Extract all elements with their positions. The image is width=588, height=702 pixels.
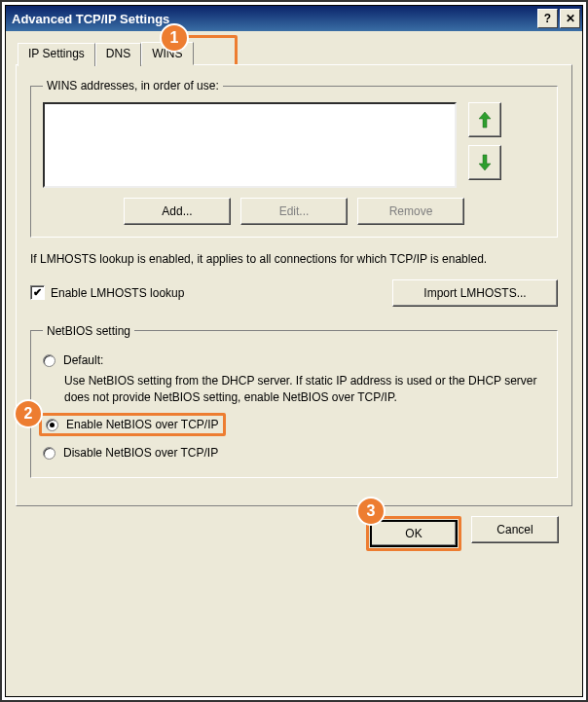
enable-lmhosts-checkbox[interactable]: ✔ Enable LMHOSTS lookup	[30, 285, 184, 300]
help-button[interactable]: ?	[537, 9, 558, 28]
netbios-enable-label: Enable NetBIOS over TCP/IP	[66, 418, 219, 431]
wins-addresses-group: WINS addresses, in order of use:	[30, 79, 558, 238]
enable-lmhosts-label: Enable LMHOSTS lookup	[51, 286, 184, 300]
radio-icon	[46, 419, 58, 431]
add-button[interactable]: Add...	[124, 198, 231, 225]
ok-button[interactable]: OK	[370, 520, 458, 547]
netbios-enable-radio[interactable]: Enable NetBIOS over TCP/IP	[46, 418, 219, 431]
netbios-disable-label: Disable NetBIOS over TCP/IP	[63, 446, 218, 460]
annotation-highlight-enable-netbios: Enable NetBIOS over TCP/IP	[39, 413, 226, 436]
radio-dot-icon	[50, 423, 55, 427]
arrow-up-icon	[478, 111, 492, 129]
netbios-default-radio[interactable]: Default:	[43, 353, 545, 367]
cancel-button[interactable]: Cancel	[471, 516, 559, 543]
dialog-footer: 3 OK Cancel	[16, 506, 572, 565]
dialog-body: IP Settings DNS WINS 1 WINS addresses, i…	[6, 31, 582, 696]
edit-button[interactable]: Edit...	[240, 198, 348, 225]
netbios-legend: NetBIOS setting	[43, 324, 134, 338]
close-button[interactable]: ✕	[560, 9, 580, 28]
window-title: Advanced TCP/IP Settings	[12, 12, 535, 26]
close-icon: ✕	[566, 12, 575, 25]
tab-strip: IP Settings DNS WINS	[18, 41, 572, 64]
radio-icon	[43, 447, 55, 460]
netbios-default-description: Use NetBIOS setting from the DHCP server…	[64, 373, 545, 406]
wins-addresses-legend: WINS addresses, in order of use:	[43, 79, 223, 92]
annotation-callout-1: 1	[160, 23, 189, 53]
import-lmhosts-button[interactable]: Import LMHOSTS...	[392, 279, 558, 307]
help-icon: ?	[544, 12, 551, 25]
wins-addresses-listbox[interactable]	[43, 102, 457, 188]
arrow-down-icon	[478, 154, 492, 171]
titlebar[interactable]: Advanced TCP/IP Settings ? ✕	[6, 6, 582, 31]
netbios-default-label: Default:	[63, 353, 103, 367]
radio-icon	[43, 354, 55, 367]
dialog-window: Advanced TCP/IP Settings ? ✕ IP Settings…	[5, 5, 583, 697]
tab-ip-settings[interactable]: IP Settings	[18, 43, 95, 66]
remove-button[interactable]: Remove	[357, 198, 464, 225]
screenshot-frame: Advanced TCP/IP Settings ? ✕ IP Settings…	[0, 0, 588, 702]
move-up-button[interactable]	[468, 102, 501, 137]
netbios-group: NetBIOS setting Default: Use NetBIOS set…	[30, 324, 558, 479]
lmhosts-description: If LMHOSTS lookup is enabled, it applies…	[30, 251, 558, 268]
netbios-disable-radio[interactable]: Disable NetBIOS over TCP/IP	[43, 446, 545, 460]
tab-panel-wins: WINS addresses, in order of use:	[16, 64, 572, 506]
checkbox-icon: ✔	[30, 285, 45, 300]
tab-dns[interactable]: DNS	[95, 43, 141, 66]
move-down-button[interactable]	[468, 145, 501, 180]
checkmark-icon: ✔	[33, 286, 42, 299]
